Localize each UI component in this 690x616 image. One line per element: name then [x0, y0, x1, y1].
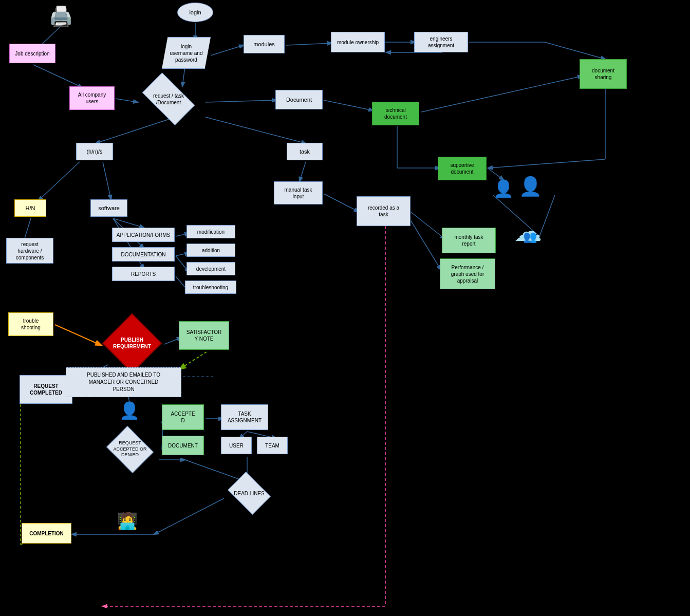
- mail-icon-published: ✉: [209, 375, 218, 388]
- req-accepted-node: REQUESTACCEPTED ORDENIED: [99, 427, 161, 471]
- svg-line-6: [545, 42, 605, 59]
- svg-line-18: [206, 117, 306, 143]
- recorded-task-node: recorded as atask: [357, 196, 411, 226]
- document-node: Document: [275, 90, 323, 109]
- reports-node: REPORTS: [112, 267, 175, 281]
- svg-line-11: [33, 65, 82, 87]
- svg-line-24: [103, 162, 111, 199]
- mail-icon-task: ✉: [157, 515, 165, 527]
- svg-line-17: [96, 118, 172, 143]
- software-node: software: [90, 199, 127, 217]
- svg-line-33: [55, 325, 101, 345]
- username-node: loginusername andpassword: [162, 37, 211, 69]
- trouble-shooting-node: troubleshooting: [8, 312, 53, 336]
- svg-line-36: [180, 352, 207, 369]
- svg-line-23: [39, 162, 80, 200]
- document-sharing-node: documentsharing: [580, 59, 627, 89]
- supportive-doc-node: supportivedocument: [438, 157, 487, 180]
- flowchart-diagram: 🖨️ login loginusername andpassword Job d…: [0, 0, 690, 616]
- svg-line-8: [488, 159, 605, 168]
- perf-graph-node: Performance /graph used forappraisal: [440, 258, 495, 289]
- module-ownership-node: module ownership: [331, 32, 385, 52]
- dead-lines-node: DEAD LINES: [221, 477, 277, 510]
- job-description-node: Job description: [9, 44, 55, 63]
- monthly-report-node: monthly taskreport: [442, 228, 496, 253]
- svg-line-13: [324, 100, 373, 110]
- login-node: login: [177, 3, 213, 22]
- task-assignment-node: TASKASSIGNMENT: [221, 404, 268, 430]
- manual-task-node: manual taskinput: [274, 181, 323, 204]
- app-forms-node: APPLICATION/FORMS: [112, 228, 175, 242]
- user-node: USER: [221, 437, 252, 454]
- satisfactory-node: SATISFACTORY NOTE: [179, 321, 229, 350]
- document2-node: DOCUMENT: [162, 436, 204, 455]
- modules-node: modules: [244, 35, 285, 53]
- h-n-s-node: (h/n)/s: [76, 143, 113, 160]
- h-n-node: H/N: [14, 199, 46, 217]
- svg-line-22: [411, 221, 441, 270]
- documentation-node: DOCUMENTATION: [112, 247, 175, 262]
- all-users-node: All companyusers: [69, 86, 115, 110]
- person-manager-icon: 👤: [119, 401, 140, 420]
- request-completed-node: REQUESTCOMPLETED: [20, 375, 72, 404]
- person-desk-icon: 🧑‍💻: [117, 511, 138, 531]
- task-node: task: [287, 143, 323, 160]
- cloud-person-icon: 👥: [523, 230, 537, 244]
- engineers-node: engineersassignment: [414, 32, 468, 52]
- completion-node: COMPLETION: [22, 523, 71, 544]
- svg-line-57: [488, 169, 503, 180]
- svg-line-3: [286, 43, 332, 45]
- team-node: TEAM: [257, 437, 288, 454]
- svg-line-14: [421, 76, 582, 112]
- svg-line-19: [300, 162, 306, 181]
- svg-line-2: [211, 45, 244, 55]
- accepted-node: ACCEPTED: [162, 404, 204, 430]
- svg-line-21: [411, 212, 445, 239]
- modification-node: modification: [187, 225, 235, 238]
- request-hardware-node: requesthardware /components: [6, 238, 53, 264]
- svg-line-12: [206, 100, 276, 102]
- svg-line-20: [324, 194, 359, 212]
- troubleshooting-sub-node: troubleshooting: [185, 281, 236, 294]
- mail-icon-left: ✉: [73, 509, 81, 520]
- publish-req-node: PUBLISHREQUIREMENT: [99, 318, 165, 369]
- person-icon-2: 👤: [519, 176, 542, 197]
- technical-doc-node: technicaldocument: [372, 102, 419, 125]
- person-icon-1: 👤: [493, 179, 514, 198]
- development-node: development: [187, 262, 235, 275]
- published-emailed-node: PUBLISHED AND EMAILED TOMANAGER OR CONCE…: [66, 367, 181, 397]
- svg-line-26: [113, 218, 144, 228]
- req-task-doc-node: request / task/Document: [133, 80, 204, 118]
- addition-node: addition: [187, 244, 235, 257]
- printer-icon: 🖨️: [49, 5, 73, 28]
